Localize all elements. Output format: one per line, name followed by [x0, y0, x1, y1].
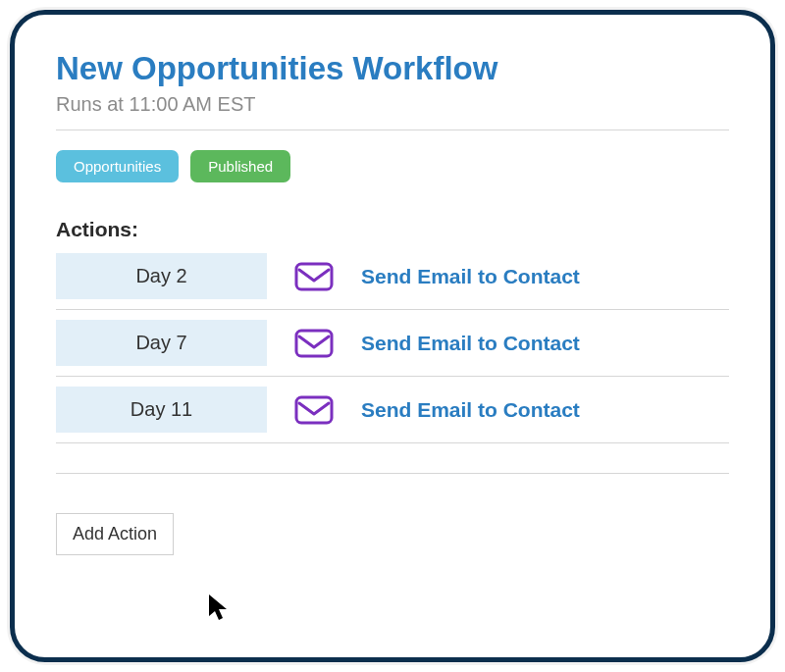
action-link[interactable]: Send Email to Contact: [361, 332, 580, 355]
day-chip[interactable]: Day 7: [56, 320, 267, 366]
workflow-schedule: Runs at 11:00 AM EST: [56, 93, 729, 116]
action-row: Day 2 Send Email to Contact: [56, 253, 729, 310]
envelope-icon: [294, 395, 334, 425]
svg-rect-1: [296, 331, 332, 356]
actions-heading: Actions:: [56, 218, 729, 241]
svg-rect-0: [296, 264, 332, 289]
workflow-title: New Opportunities Workflow: [56, 50, 729, 87]
actions-list: Day 2 Send Email to Contact Day 7 Send E…: [56, 253, 729, 443]
category-badge[interactable]: Opportunities: [56, 150, 179, 182]
footer-divider: [56, 473, 729, 474]
svg-rect-2: [296, 397, 332, 423]
action-link[interactable]: Send Email to Contact: [361, 265, 580, 288]
action-row: Day 7 Send Email to Contact: [56, 310, 729, 377]
cursor-icon: [207, 593, 231, 622]
action-row: Day 11 Send Email to Contact: [56, 377, 729, 443]
status-badge[interactable]: Published: [190, 150, 290, 182]
workflow-card: New Opportunities Workflow Runs at 11:00…: [10, 10, 775, 662]
action-link[interactable]: Send Email to Contact: [361, 398, 580, 422]
add-action-button[interactable]: Add Action: [56, 513, 174, 555]
day-chip[interactable]: Day 11: [56, 387, 267, 433]
envelope-icon: [294, 262, 334, 291]
badge-row: Opportunities Published: [56, 150, 729, 182]
envelope-icon: [294, 329, 334, 358]
day-chip[interactable]: Day 2: [56, 253, 267, 299]
header-divider: [56, 129, 729, 130]
